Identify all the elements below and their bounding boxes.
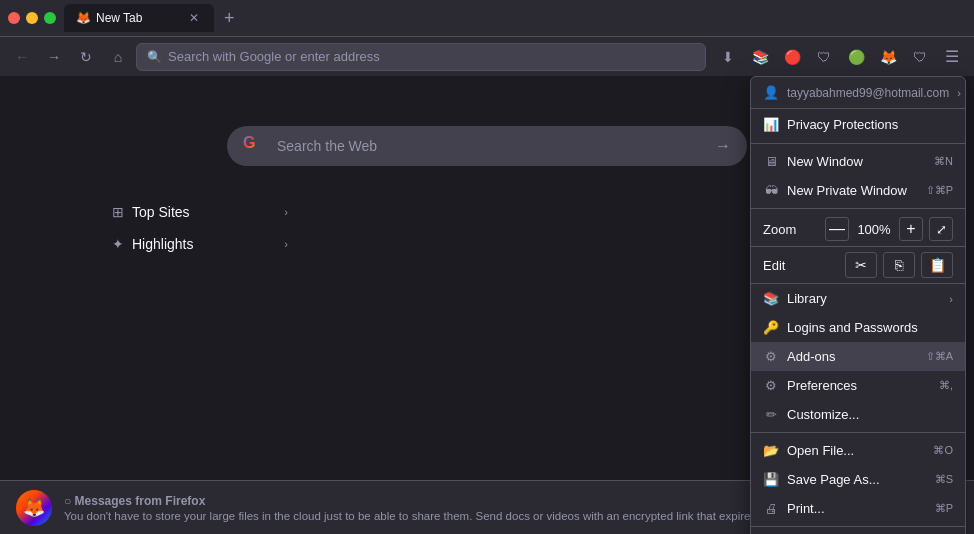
top-sites-chevron: › [284, 206, 288, 218]
edit-row: Edit ✂ ⎘ 📋 [751, 247, 965, 284]
notification-text: ○ Messages from Firefox You don't have t… [64, 494, 848, 522]
top-sites-label: Top Sites [132, 204, 190, 220]
addons-shortcut: ⇧⌘A [926, 350, 953, 363]
forward-button[interactable]: → [40, 43, 68, 71]
private-window-icon: 🕶 [763, 183, 779, 198]
print-icon: 🖨 [763, 501, 779, 516]
customize-item[interactable]: ✏ Customize... [751, 400, 965, 429]
save-page-item[interactable]: 💾 Save Page As... ⌘S [751, 465, 965, 494]
new-private-window-item[interactable]: 🕶 New Private Window ⇧⌘P [751, 176, 965, 205]
print-item[interactable]: 🖨 Print... ⌘P [751, 494, 965, 523]
window-controls [8, 12, 56, 24]
highlights-icon: ✦ [112, 236, 124, 252]
menu-divider-3 [751, 432, 965, 433]
active-tab[interactable]: 🦊 New Tab ✕ [64, 4, 214, 32]
highlights-chevron: › [284, 238, 288, 250]
address-bar[interactable]: 🔍 [136, 43, 706, 71]
dropdown-menu: 👤 tayyabahmed99@hotmail.com › 📊 Privacy … [750, 76, 966, 534]
library-menu-icon: 📚 [763, 291, 779, 306]
copy-button[interactable]: ⎘ [883, 252, 915, 278]
addons-label: Add-ons [787, 349, 918, 364]
paste-button[interactable]: 📋 [921, 252, 953, 278]
save-page-shortcut: ⌘S [935, 473, 953, 486]
firefox-send-icon: 🦊 [16, 490, 52, 526]
zoom-in-button[interactable]: + [899, 217, 923, 241]
private-window-label: New Private Window [787, 183, 918, 198]
find-item[interactable]: 🔍 Find in This Page... ⌘F [751, 530, 965, 534]
tab-close-button[interactable]: ✕ [186, 10, 202, 26]
new-window-icon: 🖥 [763, 154, 779, 169]
new-window-label: New Window [787, 154, 926, 169]
open-file-label: Open File... [787, 443, 925, 458]
zoom-value: 100% [855, 222, 893, 237]
logins-label: Logins and Passwords [787, 320, 953, 335]
new-tab-button[interactable]: + [218, 6, 241, 31]
google-search-input[interactable] [277, 138, 705, 154]
pocket-icon[interactable]: 🔴 [778, 43, 806, 71]
menu-divider-1 [751, 143, 965, 144]
print-shortcut: ⌘P [935, 502, 953, 515]
highlights-section[interactable]: ✦ Highlights › [100, 228, 300, 260]
highlights-label: Highlights [132, 236, 193, 252]
addons-item[interactable]: ⚙ Add-ons ⇧⌘A [751, 342, 965, 371]
cut-button[interactable]: ✂ [845, 252, 877, 278]
account-icon: 👤 [763, 85, 779, 100]
save-page-label: Save Page As... [787, 472, 927, 487]
notification-title: ○ Messages from Firefox [64, 494, 848, 508]
tab-title: New Tab [96, 11, 142, 25]
menu-button[interactable]: ☰ [938, 43, 966, 71]
top-sites-icon: ⊞ [112, 204, 124, 220]
library-icon[interactable]: 📚 [746, 43, 774, 71]
minimize-button[interactable] [26, 12, 38, 24]
top-sites-section[interactable]: ⊞ Top Sites › [100, 196, 300, 228]
open-file-icon: 📂 [763, 443, 779, 458]
tab-bar: 🦊 New Tab ✕ + [64, 4, 966, 32]
preferences-item[interactable]: ⚙ Preferences ⌘, [751, 371, 965, 400]
search-icon: 🔍 [147, 50, 162, 64]
library-item[interactable]: 📚 Library › [751, 284, 965, 313]
save-page-icon: 💾 [763, 472, 779, 487]
logins-icon: 🔑 [763, 320, 779, 335]
toolbar-icons: ⬇ 📚 🔴 🛡 🟢 🦊 🛡 ☰ [714, 43, 966, 71]
refresh-button[interactable]: ↻ [72, 43, 100, 71]
google-search-container[interactable]: G → [227, 126, 747, 166]
menu-divider-4 [751, 526, 965, 527]
downloads-icon[interactable]: ⬇ [714, 43, 742, 71]
shield-icon[interactable]: 🛡 [810, 43, 838, 71]
home-button[interactable]: ⌂ [104, 43, 132, 71]
privacy-protections-item[interactable]: 📊 Privacy Protections [751, 109, 965, 140]
privacy-icon: 📊 [763, 117, 779, 132]
vpn-icon[interactable]: 🛡 [906, 43, 934, 71]
private-window-shortcut: ⇧⌘P [926, 184, 953, 197]
open-file-item[interactable]: 📂 Open File... ⌘O [751, 436, 965, 465]
account-arrow: › [957, 87, 961, 99]
print-label: Print... [787, 501, 927, 516]
zoom-expand-button[interactable]: ⤢ [929, 217, 953, 241]
firefox-icon[interactable]: 🦊 [874, 43, 902, 71]
search-submit-icon: → [715, 137, 731, 155]
new-window-shortcut: ⌘N [934, 155, 953, 168]
address-input[interactable] [168, 49, 695, 64]
back-button[interactable]: ← [8, 43, 36, 71]
notification-body: You don't have to store your large files… [64, 510, 848, 522]
new-window-item[interactable]: 🖥 New Window ⌘N [751, 147, 965, 176]
account-email: tayyabahmed99@hotmail.com [787, 86, 949, 100]
preferences-shortcut: ⌘, [939, 379, 953, 392]
zoom-out-button[interactable]: — [825, 217, 849, 241]
google-logo: G [243, 134, 267, 158]
library-label: Library [787, 291, 941, 306]
open-file-shortcut: ⌘O [933, 444, 953, 457]
zoom-row: Zoom — 100% + ⤢ [751, 212, 965, 247]
logins-item[interactable]: 🔑 Logins and Passwords [751, 313, 965, 342]
close-button[interactable] [8, 12, 20, 24]
library-arrow: › [949, 293, 953, 305]
menu-divider-2 [751, 208, 965, 209]
tab-favicon: 🦊 [76, 11, 90, 25]
addons-icon: ⚙ [763, 349, 779, 364]
customize-label: Customize... [787, 407, 953, 422]
sync-icon[interactable]: 🟢 [842, 43, 870, 71]
maximize-button[interactable] [44, 12, 56, 24]
preferences-icon: ⚙ [763, 378, 779, 393]
title-bar: 🦊 New Tab ✕ + [0, 0, 974, 36]
menu-account-item[interactable]: 👤 tayyabahmed99@hotmail.com › [751, 77, 965, 109]
